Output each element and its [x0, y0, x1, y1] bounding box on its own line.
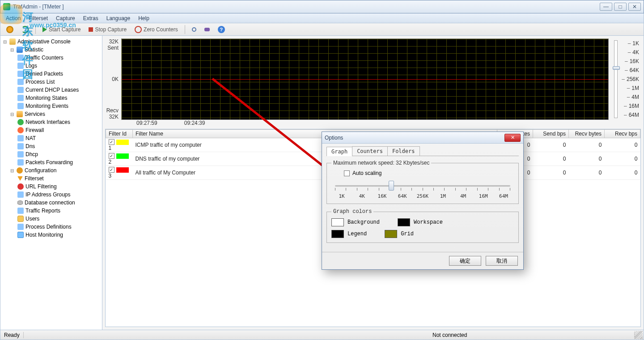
scale-tick: 1K — [620, 40, 640, 47]
tree-root[interactable]: Administative Console — [2, 38, 102, 46]
ok-button[interactable]: 确定 — [449, 256, 481, 266]
zero-counters-label: Zero Counters — [144, 26, 178, 33]
speed-slider[interactable] — [331, 181, 514, 191]
urlfilter-icon — [17, 183, 24, 190]
stop-icon — [89, 27, 93, 32]
chart-x-tick: 09:27:59 — [136, 120, 157, 127]
row-color-chip — [116, 153, 129, 159]
menu-language[interactable]: Language — [103, 14, 134, 22]
tree-traffic-counters[interactable]: Traffic Counters — [17, 54, 102, 62]
speed-label: Maximum network speed: — [333, 160, 396, 166]
reports-icon — [17, 208, 24, 214]
color-workspace[interactable]: Workspace — [398, 218, 443, 226]
status-left: Ready — [0, 332, 24, 338]
tree-url-filtering[interactable]: URL Filtering — [17, 183, 102, 191]
close-button[interactable]: ✕ — [628, 3, 641, 11]
toolbar-find-button[interactable] — [189, 26, 199, 33]
dialog-title: Options — [325, 135, 504, 141]
menu-extras[interactable]: Extras — [80, 14, 102, 22]
resize-grip-icon[interactable] — [635, 331, 643, 339]
toolbar-settings-button[interactable] — [3, 25, 17, 34]
tree-statistic-label: Statistic — [25, 47, 43, 53]
scale-tick: 64K — [620, 67, 640, 73]
tree-monitoring-states[interactable]: Monitoring States — [17, 94, 102, 102]
tree-packets-forwarding[interactable]: Packets Forwarding — [17, 158, 102, 166]
col-filter-id[interactable]: Filter Id — [106, 130, 133, 138]
tree-ip-groups[interactable]: IP Address Groups — [17, 191, 102, 199]
services-icon — [17, 111, 23, 117]
tree-nat[interactable]: NAT — [17, 134, 102, 142]
tree-dhcp-leases[interactable]: Current DHCP Leases — [17, 86, 102, 94]
row-recv-bytes: 0 — [569, 166, 605, 180]
row-checkbox[interactable] — [109, 153, 114, 159]
pktfwd-icon — [17, 159, 24, 166]
tree-process-list[interactable]: Process List — [17, 78, 102, 86]
minimize-button[interactable]: — — [600, 3, 612, 11]
menu-filterset[interactable]: Filterset — [25, 14, 51, 22]
color-grid[interactable]: Grid — [385, 230, 414, 238]
tree-services[interactable]: Services — [9, 110, 102, 118]
toolbar-link-button[interactable] — [201, 26, 213, 33]
start-capture-label: Start Capture — [49, 26, 80, 33]
tree-configuration[interactable]: Configuration — [9, 166, 102, 174]
chart-sent-label: Sent — [107, 45, 119, 51]
checkbox-icon — [344, 170, 350, 176]
tree-dns[interactable]: Dns — [17, 142, 102, 150]
tab-folders[interactable]: Folders — [387, 146, 420, 156]
chart-canvas: document.write(Array.from({length:50},(_… — [121, 38, 609, 120]
stop-capture-button[interactable]: Stop Capture — [85, 25, 130, 34]
scale-slider[interactable] — [614, 40, 618, 118]
tab-graph[interactable]: Graph — [326, 147, 352, 156]
menu-capture[interactable]: Capture — [52, 14, 79, 22]
tree-filterset[interactable]: Filterset — [17, 174, 102, 183]
mon-events-icon — [17, 103, 24, 109]
tree-traffic-reports[interactable]: Traffic Reports — [17, 207, 102, 215]
tree-database[interactable]: Database connection — [17, 199, 102, 207]
help-icon: ? — [218, 26, 225, 33]
tree-denied-packets[interactable]: Denied Packets — [17, 70, 102, 78]
dialog-titlebar[interactable]: Options ✕ — [322, 132, 523, 144]
tree-monitoring-events[interactable]: Monitoring Events — [17, 102, 102, 110]
row-send-bps: 0 — [533, 152, 569, 166]
start-capture-button[interactable]: Start Capture — [39, 25, 84, 34]
content-area: 32KSent 0K Recv32K document.write(Array.… — [102, 36, 644, 330]
slider-thumb[interactable] — [389, 181, 394, 191]
denied-icon — [17, 71, 24, 77]
titlebar: TrafAdmin - [TMeter ] — □ ✕ — [0, 0, 644, 13]
tree-host-monitoring[interactable]: Host Monitoring — [17, 231, 102, 239]
color-background[interactable]: Background — [331, 218, 380, 226]
maximize-button[interactable]: □ — [614, 3, 627, 11]
chart-x-tick: 09:24:39 — [184, 120, 205, 127]
dhcp-lease-icon — [17, 87, 24, 93]
menubar: Action Filterset Capture Extras Language… — [0, 13, 644, 23]
hostmon-icon — [17, 232, 24, 238]
dns-icon — [17, 143, 24, 149]
tree-firewall[interactable]: Firewall — [17, 126, 102, 134]
tree-users[interactable]: Users — [17, 215, 102, 223]
toolbar-refresh-button[interactable] — [18, 25, 32, 34]
zero-counters-button[interactable]: Zero Counters — [131, 25, 181, 34]
users-icon — [17, 216, 24, 222]
tree-process-definitions[interactable]: Process Definitions — [17, 223, 102, 231]
row-checkbox[interactable] — [109, 167, 114, 173]
traffic-chart: 32KSent 0K Recv32K document.write(Array.… — [105, 38, 641, 120]
dialog-close-button[interactable]: ✕ — [504, 134, 521, 142]
col-recv-bps[interactable]: Recv bps — [605, 130, 640, 138]
scale-thumb[interactable] — [613, 66, 620, 70]
menu-action[interactable]: Action — [2, 14, 24, 22]
tree-dhcp[interactable]: Dhcp — [17, 150, 102, 158]
color-legend[interactable]: Legend — [331, 230, 367, 238]
tab-counters[interactable]: Counters — [352, 146, 388, 156]
tree-logs[interactable]: Logs — [17, 62, 102, 70]
menu-help[interactable]: Help — [135, 14, 153, 22]
row-recv-bps: 0 — [605, 138, 640, 152]
toolbar-help-button[interactable]: ? — [215, 25, 228, 34]
tree-network-interfaces[interactable]: Network Interfaces — [17, 118, 102, 126]
tree-statistic[interactable]: Statistic — [9, 46, 102, 54]
auto-scaling-checkbox[interactable]: Auto scaling — [344, 170, 514, 176]
row-checkbox[interactable] — [109, 139, 114, 145]
cancel-button[interactable]: 取消 — [486, 256, 518, 266]
col-send-bps[interactable]: Send bps — [533, 130, 569, 138]
col-recv-bytes[interactable]: Recv bytes — [569, 130, 605, 138]
ipgroups-icon — [17, 191, 24, 198]
